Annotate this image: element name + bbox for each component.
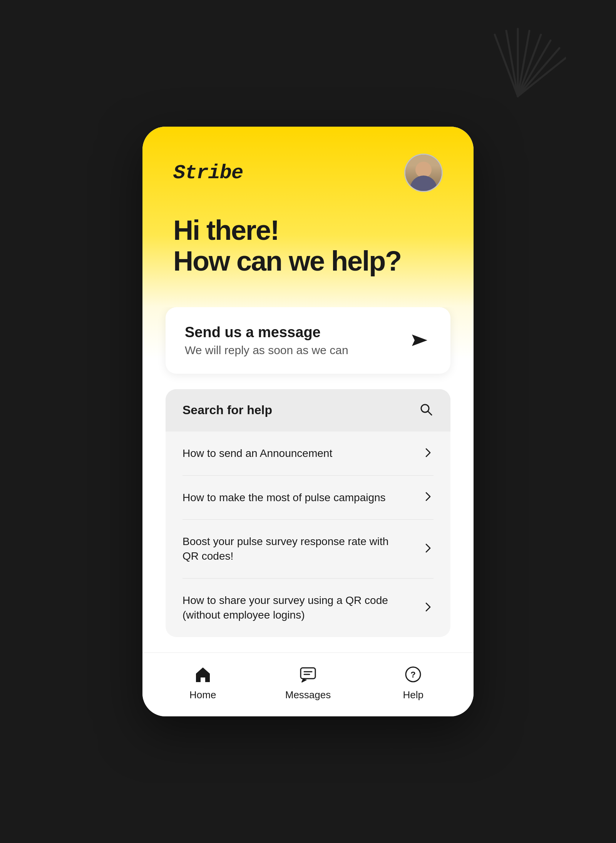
nav-item-help[interactable]: ? Help: [361, 664, 466, 701]
avatar-image: [405, 155, 442, 191]
help-item-text: How to share your survey using a QR code…: [182, 593, 406, 622]
svg-line-4: [518, 35, 541, 96]
decorative-starburst: [470, 19, 566, 115]
svg-marker-8: [412, 335, 427, 346]
svg-text:?: ?: [411, 670, 416, 679]
greeting: Hi there! How can we help?: [173, 215, 443, 276]
help-icon: ?: [403, 664, 423, 684]
svg-line-10: [428, 411, 432, 415]
help-item[interactable]: How to send an Announcement: [182, 432, 434, 476]
svg-line-5: [518, 40, 551, 96]
home-icon: [193, 664, 213, 684]
help-item[interactable]: Boost your pulse survey response rate wi…: [182, 520, 434, 579]
chevron-right-icon: [423, 491, 434, 503]
help-item-text: How to make the most of pulse campaigns: [182, 490, 386, 505]
avatar[interactable]: [404, 154, 443, 192]
nav-label-home: Home: [189, 689, 216, 701]
nav-label-help: Help: [403, 689, 424, 701]
help-item-text: Boost your pulse survey response rate wi…: [182, 534, 406, 564]
chevron-right-icon: [423, 602, 434, 614]
svg-line-7: [518, 58, 566, 96]
greeting-line2: How can we help?: [173, 246, 443, 276]
header-section: Stribe Hi there! How can we help?: [142, 127, 474, 307]
svg-line-6: [518, 48, 559, 96]
svg-rect-11: [301, 668, 315, 679]
chevron-right-icon: [423, 543, 434, 555]
bottom-nav: Home Messages ? Help: [142, 652, 474, 716]
help-card: Search for help How to send an Announcem…: [166, 389, 450, 637]
nav-item-home[interactable]: Home: [150, 664, 255, 701]
help-item[interactable]: How to share your survey using a QR code…: [182, 579, 434, 637]
search-bar[interactable]: Search for help: [166, 389, 450, 432]
body-section: Send us a message We will reply as soon …: [142, 307, 474, 652]
greeting-line1: Hi there!: [173, 215, 443, 246]
search-icon: [419, 402, 434, 418]
send-arrow-icon: [408, 331, 431, 350]
app-logo: Stribe: [173, 162, 243, 184]
message-card-content: Send us a message We will reply as soon …: [185, 324, 348, 357]
messages-icon: [298, 664, 318, 684]
message-card-subtitle: We will reply as soon as we can: [185, 344, 348, 357]
send-message-card[interactable]: Send us a message We will reply as soon …: [166, 307, 450, 374]
help-items-list: How to send an Announcement How to make …: [166, 432, 450, 637]
svg-line-3: [518, 31, 529, 96]
help-item[interactable]: How to make the most of pulse campaigns: [182, 476, 434, 520]
nav-item-messages[interactable]: Messages: [255, 664, 360, 701]
help-item-text: How to send an Announcement: [182, 446, 332, 461]
chevron-right-icon: [423, 447, 434, 460]
header-top: Stribe: [173, 154, 443, 192]
svg-line-0: [495, 35, 518, 96]
phone-container: Stribe Hi there! How can we help? Send u…: [142, 127, 474, 716]
nav-label-messages: Messages: [285, 689, 331, 701]
svg-line-1: [506, 31, 518, 96]
search-label: Search for help: [182, 403, 272, 417]
message-card-title: Send us a message: [185, 324, 348, 341]
